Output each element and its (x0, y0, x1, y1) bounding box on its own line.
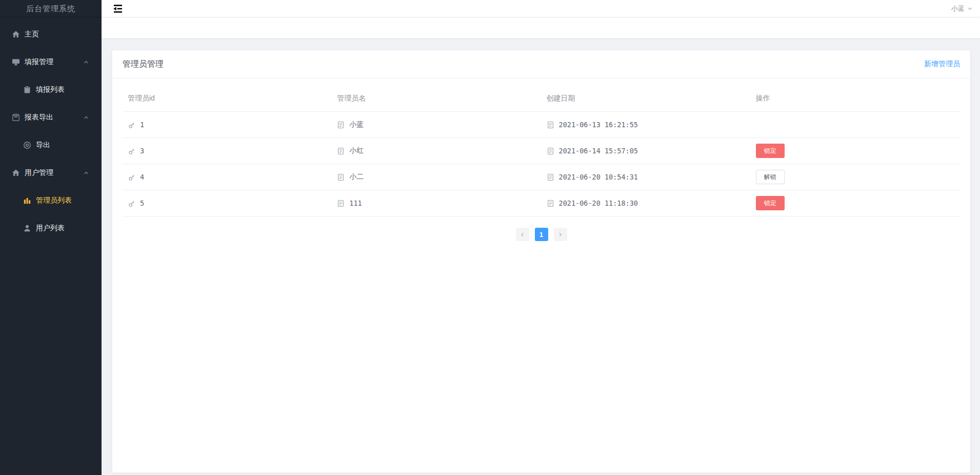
table-header-row: 管理员id 管理员名 创建日期 操作 (123, 84, 960, 112)
admin-id: 1 (140, 121, 144, 129)
actions-cell: 锁定 (751, 138, 960, 164)
home-icon (12, 30, 20, 38)
table-row: 3 小红 2021-06-14 15:57:05 锁定 (123, 138, 960, 164)
actions-cell (751, 112, 960, 138)
sidebar-item-label: 填报列表 (36, 85, 65, 94)
sidebar-item-report-management[interactable]: 填报管理 (0, 48, 102, 76)
admin-name: 小红 (349, 146, 364, 155)
app-title: 后台管理系统 (0, 0, 102, 17)
table-row: 4 小二 2021-06-20 10:54:31 解锁 (123, 164, 960, 190)
column-admin-name: 管理员名 (332, 84, 541, 112)
bar-chart-icon (23, 196, 31, 205)
document-icon (547, 200, 554, 207)
key-icon (128, 173, 135, 181)
created-date: 2021-06-20 10:54:31 (559, 173, 638, 181)
sidebar-item-label: 导出 (36, 141, 50, 150)
sidebar-menu: 主页 填报管理 填报列表 报表导出 (0, 17, 102, 242)
document-icon (547, 173, 554, 181)
card-body: 管理员id 管理员名 创建日期 操作 1 小蓝 2021-06-13 16:21… (112, 78, 970, 241)
created-date: 2021-06-20 11:18:30 (559, 199, 638, 207)
chevron-left-icon (519, 232, 525, 237)
user-dropdown[interactable]: 小蓝 (951, 4, 973, 13)
document-icon (337, 173, 345, 181)
sidebar-item-home[interactable]: 主页 (0, 21, 102, 48)
table-row: 1 小蓝 2021-06-13 16:21:55 (123, 112, 960, 138)
lock-button[interactable]: 锁定 (756, 144, 785, 158)
add-admin-link[interactable]: 新增管理员 (924, 60, 960, 69)
column-admin-id: 管理员id (123, 84, 332, 112)
pagination-next-button[interactable] (554, 228, 567, 241)
key-icon (128, 147, 135, 155)
sidebar-item-admin-list[interactable]: 管理员列表 (0, 187, 102, 214)
admin-management-card: 管理员管理 新增管理员 管理员id 管理员名 创建日期 操作 (112, 50, 971, 473)
sidebar-item-report-export[interactable]: 报表导出 (0, 104, 102, 131)
document-icon (337, 200, 345, 207)
admin-id: 5 (140, 199, 144, 207)
sidebar-collapse-icon[interactable] (112, 4, 124, 13)
chevron-up-icon (83, 59, 89, 65)
document-icon (337, 147, 345, 155)
admin-id: 4 (140, 173, 144, 181)
chevron-up-icon (83, 170, 89, 176)
admin-name: 111 (349, 199, 362, 207)
sidebar-item-user-management[interactable]: 用户管理 (0, 159, 102, 187)
key-icon (128, 200, 135, 207)
top-header: 小蓝 (102, 0, 980, 17)
monitor-icon (12, 58, 20, 66)
document-icon (337, 121, 345, 129)
sidebar: 后台管理系统 主页 填报管理 填报列表 (0, 0, 102, 475)
pagination-page-1[interactable]: 1 (535, 228, 548, 241)
lock-button[interactable]: 锁定 (756, 196, 785, 210)
target-icon (23, 141, 31, 149)
admin-name: 小二 (349, 172, 364, 182)
sidebar-item-label: 用户管理 (25, 168, 53, 177)
admin-name: 小蓝 (349, 120, 364, 129)
content-area: 管理员管理 新增管理员 管理员id 管理员名 创建日期 操作 (102, 39, 980, 475)
chevron-down-icon (967, 6, 973, 11)
created-date: 2021-06-13 16:21:55 (559, 121, 638, 129)
unlock-button[interactable]: 解锁 (756, 170, 785, 184)
sidebar-item-label: 用户列表 (36, 224, 65, 233)
admin-table: 管理员id 管理员名 创建日期 操作 1 小蓝 2021-06-13 16:21… (123, 84, 960, 216)
admin-id: 3 (140, 147, 144, 155)
sidebar-item-label: 报表导出 (25, 113, 53, 122)
clipboard-icon (23, 86, 31, 94)
sidebar-item-export[interactable]: 导出 (0, 131, 102, 159)
created-date: 2021-06-14 15:57:05 (559, 147, 638, 155)
pagination-prev-button[interactable] (516, 228, 529, 241)
page-title: 管理员管理 (123, 59, 164, 70)
document-icon (547, 121, 554, 129)
actions-cell: 锁定 (751, 190, 960, 216)
sidebar-item-report-list[interactable]: 填报列表 (0, 76, 102, 104)
chevron-right-icon (557, 232, 563, 237)
actions-cell: 解锁 (751, 164, 960, 190)
user-icon (23, 224, 31, 232)
sidebar-item-label: 管理员列表 (36, 196, 72, 205)
column-actions: 操作 (751, 84, 960, 112)
key-icon (128, 121, 135, 129)
user-name: 小蓝 (951, 4, 965, 13)
main-area: 小蓝 管理员管理 新增管理员 管理员id 管理员名 创建日期 操作 (102, 0, 980, 475)
sidebar-item-label: 主页 (25, 30, 39, 39)
pagination: 1 (123, 228, 960, 241)
card-header: 管理员管理 新增管理员 (112, 50, 970, 78)
home-icon (12, 169, 20, 177)
sidebar-item-user-list[interactable]: 用户列表 (0, 214, 102, 242)
package-icon (12, 113, 20, 122)
tags-bar (102, 17, 980, 39)
sidebar-item-label: 填报管理 (25, 57, 53, 67)
table-row: 5 111 2021-06-20 11:18:30 锁定 (123, 190, 960, 216)
document-icon (547, 147, 554, 155)
chevron-up-icon (83, 114, 89, 121)
column-created-date: 创建日期 (542, 84, 751, 112)
